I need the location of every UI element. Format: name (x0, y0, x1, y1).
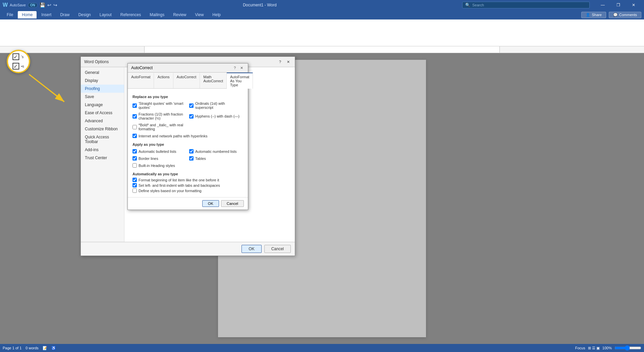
view-icons: ⊞ ☰ ▣ (588, 346, 600, 350)
tab-file[interactable]: File (3, 11, 17, 18)
word-options-help-button[interactable]: ? (277, 59, 283, 65)
word-logo-icon: W (3, 2, 8, 8)
sidebar-item-ease-of-access[interactable]: Ease of Access (81, 109, 124, 117)
tab-review[interactable]: Review (169, 11, 190, 18)
tab-autoformat[interactable]: AutoFormat (128, 73, 154, 88)
auto-section-items: Format beginning of list item like the o… (132, 178, 243, 193)
autocorrect-title: AutoCorrect (131, 65, 153, 70)
word-options-close-button[interactable]: ✕ (285, 59, 291, 65)
cb-border-lines[interactable] (132, 156, 137, 161)
apply-section-label: Apply as you type (132, 142, 243, 146)
autocorrect-help-button[interactable]: ? (232, 65, 238, 71)
tab-help[interactable]: Help (208, 11, 225, 18)
word-count: 0 words (25, 346, 39, 350)
word-options-cancel-button[interactable]: Cancel (264, 245, 291, 253)
share-button[interactable]: 👤 Share (581, 12, 606, 18)
tab-view[interactable]: View (191, 11, 208, 18)
accessibility-icon: ♿ (51, 346, 56, 350)
cb-ordinals[interactable] (189, 103, 194, 108)
auto-item-3: Define styles based on your formatting (132, 188, 243, 193)
word-options-title: Word Options (84, 59, 109, 64)
share-icon: 👤 (586, 13, 590, 17)
replace-item-5: *Bold* and _italic_ with real formatting (132, 123, 186, 131)
replace-item-4: Hyphens (--) with dash (—) (189, 112, 243, 120)
autocorrect-ok-button[interactable]: OK (202, 200, 219, 207)
replace-section-label: Replace as you type (132, 95, 243, 99)
search-input[interactable] (472, 3, 587, 7)
apply-item-2: Automatic numbered lists (189, 149, 243, 153)
tab-actions[interactable]: Actions (154, 73, 173, 88)
cb-tables[interactable] (189, 156, 194, 161)
tab-mailings[interactable]: Mailings (146, 11, 168, 18)
sidebar-item-add-ins[interactable]: Add-ins (81, 146, 124, 154)
cb-fractions[interactable] (132, 114, 137, 119)
sidebar-item-save[interactable]: Save (81, 93, 124, 101)
apply-item-1: Automatic bulleted lists (132, 149, 186, 153)
restore-button[interactable]: ❐ (610, 0, 626, 10)
title-bar: W AutoSave ON 💾 ↩ ↪ Document1 - Word 🔍 —… (0, 0, 644, 10)
auto-item-1: Format beginning of list item like the o… (132, 178, 243, 182)
autosave-toggle[interactable]: ON (28, 3, 38, 8)
cb-auto-bulleted[interactable] (132, 149, 137, 153)
cb-heading-styles[interactable] (132, 163, 137, 168)
replace-section-items: 'Straight quotes' with 'smart quotes' Or… (132, 100, 243, 139)
page-info: Page 1 of 1 (3, 346, 21, 350)
zoom-level: 100% (602, 346, 612, 350)
tab-references[interactable]: References (116, 11, 145, 18)
status-bar: Page 1 of 1 0 words 📝 ♿ Focus ⊞ ☰ ▣ 100% (0, 344, 644, 352)
search-bar[interactable]: 🔍 (462, 2, 590, 8)
apply-item-4: Tables (189, 156, 243, 161)
autocorrect-title-buttons: ? ✕ (232, 65, 245, 71)
autocorrect-dialog: AutoCorrect ? ✕ AutoFormat Actions AutoC… (127, 63, 248, 210)
cb-auto-numbered[interactable] (189, 149, 194, 153)
autocorrect-close-button[interactable]: ✕ (238, 65, 245, 71)
cb-format-list-item[interactable] (132, 178, 137, 182)
proofing-icon: 📝 (43, 346, 47, 350)
tab-insert[interactable]: Insert (37, 11, 55, 18)
ribbon-share-area: 👤 Share 💬 Comments (581, 12, 641, 18)
sidebar-item-language[interactable]: Language (81, 101, 124, 109)
minimize-button[interactable]: — (595, 0, 610, 10)
word-options-ok-button[interactable]: OK (241, 245, 261, 253)
tab-home[interactable]: Home (18, 11, 37, 18)
autosave-state: ON (30, 3, 35, 7)
main-area: Word Options ? ✕ General Display Proofin… (0, 53, 644, 344)
auto-item-2: Set left- and first-indent with tabs and… (132, 183, 243, 187)
cb-hyphens[interactable] (189, 114, 194, 119)
autocorrect-cancel-button[interactable]: Cancel (221, 200, 244, 207)
comments-button[interactable]: 💬 Comments (609, 12, 641, 18)
tab-layout[interactable]: Layout (96, 11, 116, 18)
tab-autocorrect[interactable]: AutoCorrect (173, 73, 200, 88)
focus-label[interactable]: Focus (575, 346, 585, 350)
autocorrect-body: Replace as you type 'Straight quotes' wi… (128, 89, 248, 197)
sidebar-item-trust-center[interactable]: Trust Center (81, 154, 124, 162)
tab-math-autocorrect[interactable]: Math AutoCorrect (200, 73, 227, 88)
tab-draw[interactable]: Draw (56, 11, 73, 18)
replace-item-3: Fractions (1/2) with fraction character … (132, 112, 186, 120)
word-options-footer: OK Cancel (81, 242, 295, 256)
sidebar-item-general[interactable]: General (81, 69, 124, 77)
replace-item-1: 'Straight quotes' with 'smart quotes' (132, 101, 186, 109)
save-icon[interactable]: 💾 (40, 2, 45, 8)
undo-icon[interactable]: ↩ (47, 2, 51, 8)
cb-straight-quotes[interactable] (132, 103, 137, 108)
cb-define-styles[interactable] (132, 188, 137, 193)
word-options-sidebar: General Display Proofing Save Language E… (81, 67, 124, 242)
ribbon-tabs: File Home Insert Draw Design Layout Refe… (0, 10, 644, 19)
autocorrect-titlebar: AutoCorrect ? ✕ (128, 63, 248, 73)
sidebar-item-proofing[interactable]: Proofing (81, 85, 124, 93)
cb-internet-paths[interactable] (132, 134, 137, 138)
cb-bold-italic[interactable] (132, 125, 137, 129)
cb-set-left-indent[interactable] (132, 183, 137, 187)
sidebar-item-display[interactable]: Display (81, 77, 124, 85)
sidebar-item-quick-access-toolbar[interactable]: Quick Access Toolbar (81, 133, 124, 146)
toolbar-icons: 💾 ↩ ↪ (40, 2, 57, 8)
tab-autoformat-as-you-type[interactable]: AutoFormat As You Type (227, 73, 253, 89)
sidebar-item-customize-ribbon[interactable]: Customize Ribbon (81, 125, 124, 133)
zoom-slider[interactable] (614, 345, 641, 351)
tab-design[interactable]: Design (74, 11, 95, 18)
sidebar-item-advanced[interactable]: Advanced (81, 117, 124, 125)
close-button[interactable]: ✕ (626, 0, 641, 10)
search-icon: 🔍 (465, 3, 470, 7)
redo-icon[interactable]: ↪ (53, 2, 57, 8)
